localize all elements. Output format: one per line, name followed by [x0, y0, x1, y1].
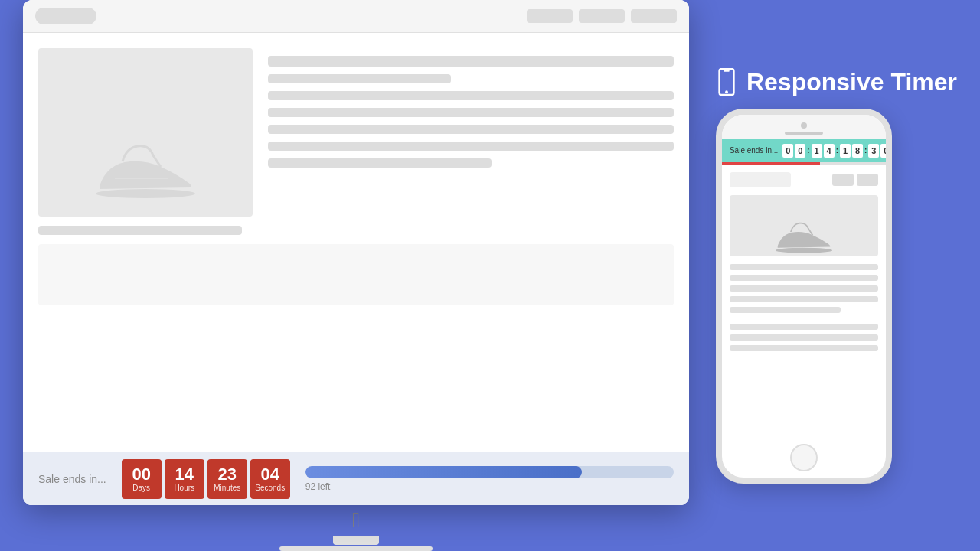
- skeleton-line-4: [268, 108, 674, 117]
- page-content: [23, 33, 689, 452]
- stand-base: [279, 546, 433, 551]
- phone-home-button[interactable]: [790, 444, 818, 471]
- timer-bottom-bar: Sale ends in... 00 Days 14 Hours 23 Minu…: [23, 452, 689, 505]
- progress-bar-fill: [305, 466, 582, 478]
- phone-skel-7: [730, 334, 878, 341]
- phone-skel-8: [730, 345, 878, 351]
- browser-bar: [23, 0, 689, 33]
- phone-skel-6: [730, 324, 878, 330]
- timer-seconds-label: Seconds: [255, 484, 285, 492]
- timer-box-seconds: 04 Seconds: [250, 459, 290, 499]
- phone-skel-1: [730, 264, 878, 270]
- desktop-stand: : [279, 505, 433, 551]
- phone-content: [722, 165, 886, 438]
- skeleton-line-1: [268, 56, 674, 67]
- phone-browser-btns: [832, 174, 878, 186]
- desktop-screen: Sale ends in... 00 Days 14 Hours 23 Minu…: [23, 0, 689, 505]
- desktop-mockup-wrapper: Sale ends in... 00 Days 14 Hours 23 Minu…: [23, 0, 689, 551]
- phone-camera: [801, 122, 807, 129]
- phone-skel-5: [730, 307, 841, 313]
- browser-btn-2: [579, 9, 625, 23]
- skeleton-line-6: [268, 142, 674, 151]
- phone-sale-label: Sale ends in...: [730, 146, 778, 155]
- phone-colon-1: :: [807, 144, 809, 158]
- timer-hours-value: 14: [175, 465, 193, 484]
- phone-colon-3: :: [864, 144, 867, 158]
- timer-box-days: 00 Days: [122, 459, 162, 499]
- phone-timer-digits: 0 0 : 1 4 : 1 8 : 3 0: [782, 144, 891, 158]
- phone-digit-7: 0: [880, 144, 891, 158]
- progress-bar-track: [305, 466, 674, 478]
- svg-point-0: [96, 189, 195, 198]
- skeleton-line-5: [268, 125, 674, 134]
- product-section: [38, 48, 674, 217]
- timer-box-minutes: 23 Minutes: [207, 459, 247, 499]
- phone-browser-btn-1: [832, 174, 854, 186]
- phone-digit-5: 8: [852, 144, 863, 158]
- timer-boxes: 00 Days 14 Hours 23 Minutes 04 Seconds: [122, 459, 290, 499]
- skeleton-line-3: [268, 91, 674, 100]
- sale-ends-label: Sale ends in...: [38, 473, 106, 485]
- phone-shoe-silhouette: [773, 218, 835, 256]
- svg-point-4: [776, 247, 832, 253]
- content-block: [38, 244, 674, 305]
- phone-digit-0: 0: [782, 144, 793, 158]
- phone-product-image: [730, 195, 878, 256]
- browser-btn-1: [527, 9, 573, 23]
- timer-seconds-value: 04: [260, 465, 279, 484]
- skeleton-line-7: [268, 158, 492, 168]
- phone-timer-banner: Sale ends in... 0 0 : 1 4 : 1 8 : 3 0: [722, 139, 886, 162]
- phone-icon: [716, 68, 737, 96]
- phone-browser-btn-2: [857, 174, 878, 186]
- apple-logo: : [352, 508, 360, 533]
- desktop-mockup: Sale ends in... 00 Days 14 Hours 23 Minu…: [23, 0, 689, 505]
- progress-label: 92 left: [305, 481, 674, 492]
- timer-minutes-value: 23: [217, 465, 236, 484]
- timer-box-hours: 14 Hours: [165, 459, 204, 499]
- svg-point-2: [725, 90, 728, 93]
- phone-digit-4: 1: [840, 144, 851, 158]
- timer-minutes-label: Minutes: [214, 484, 240, 492]
- timer-days-label: Days: [132, 484, 150, 492]
- phone-browser-row: [730, 172, 878, 187]
- timer-hours-label: Hours: [174, 484, 194, 492]
- phone-digit-2: 1: [812, 144, 822, 158]
- phone-mockup: Sale ends in... 0 0 : 1 4 : 1 8 : 3 0: [716, 109, 892, 484]
- skeleton-line-2: [268, 74, 451, 83]
- phone-skel-2: [730, 275, 878, 281]
- browser-buttons: [527, 9, 677, 23]
- phone-skel-4: [730, 296, 878, 302]
- stand-neck: [333, 536, 379, 545]
- timer-days-value: 00: [132, 465, 150, 484]
- phone-digit-6: 3: [868, 144, 879, 158]
- phone-digit-1: 0: [795, 144, 805, 158]
- phone-speaker: [785, 132, 823, 135]
- phone-digit-3: 4: [824, 144, 835, 158]
- product-image: [38, 48, 253, 217]
- browser-address-bar: [35, 8, 96, 24]
- phone-colon-2: :: [836, 144, 838, 158]
- phone-section: Responsive Timer Sale ends in... 0 0 : 1…: [716, 68, 957, 484]
- product-name-bar: [38, 226, 242, 235]
- phone-skel-3: [730, 285, 878, 292]
- section-header: Responsive Timer: [716, 68, 957, 96]
- browser-btn-3: [631, 9, 677, 23]
- section-title: Responsive Timer: [746, 68, 957, 96]
- product-details: [268, 48, 674, 168]
- phone-skeleton-lines: [730, 264, 878, 351]
- phone-top-bar: [722, 115, 886, 139]
- progress-section: 92 left: [305, 466, 674, 492]
- shoe-silhouette: [92, 140, 199, 201]
- phone-browser-bar: [730, 172, 791, 187]
